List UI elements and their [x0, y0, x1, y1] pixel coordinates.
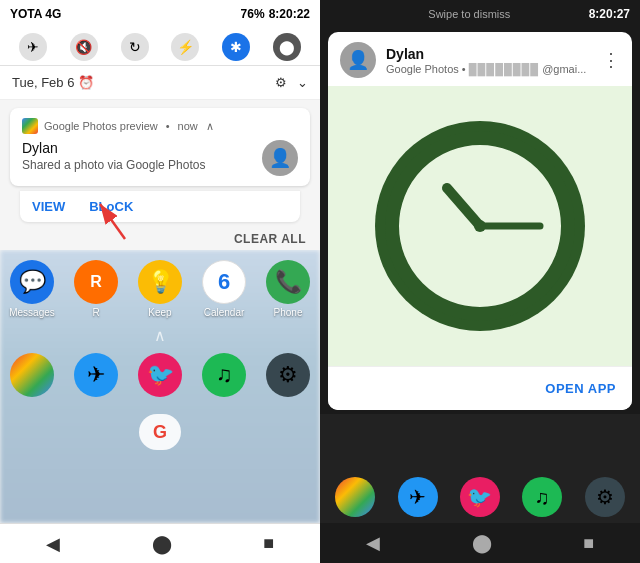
svg-point-7: [474, 220, 486, 232]
right-panel: Swipe to dismiss 8:20:27 👤 Dylan Google …: [320, 0, 640, 563]
app-grid: 💬 Messages R R 💡 Keep 6 Calendar 📞: [0, 250, 320, 466]
app-unknown[interactable]: 🐦: [132, 353, 188, 400]
app-label: Messages: [9, 307, 55, 318]
popup-subtitle: Google Photos • ████████ @gmai...: [386, 63, 586, 75]
app-label: Keep: [148, 307, 171, 318]
dev-icon: ⚙: [266, 353, 310, 397]
right-telegram-icon[interactable]: ✈: [398, 477, 438, 517]
app-keep[interactable]: 💡 Keep: [132, 260, 188, 318]
left-status-bar: YOTA 4G 76% 8:20:22: [0, 0, 320, 28]
app-label: Phone: [274, 307, 303, 318]
settings-icon[interactable]: ⚙: [275, 75, 287, 90]
carrier-text: YOTA 4G: [10, 7, 61, 21]
flash-icon[interactable]: ⚡: [171, 33, 199, 61]
app-label: Calendar: [204, 307, 245, 318]
google-g: G: [153, 422, 167, 443]
app-photos[interactable]: [4, 353, 60, 400]
bluetooth-icon[interactable]: ✱: [222, 33, 250, 61]
notif-app-name: Google Photos preview: [44, 120, 158, 132]
keep-icon: 💡: [138, 260, 182, 304]
home-screen: 💬 Messages R R 💡 Keep 6 Calendar 📞: [0, 250, 320, 523]
notif-dot: •: [166, 120, 170, 132]
app-row-2: ✈ 🐦 ♫ ⚙: [0, 353, 320, 400]
right-nav-bar: ◀ ⬤ ■: [320, 523, 640, 563]
expand-icon[interactable]: ⌄: [297, 75, 308, 90]
left-panel: YOTA 4G 76% 8:20:22 ✈ 🔇 ↻ ⚡ ✱ ⬤ Tue, Feb…: [0, 0, 320, 563]
silent-icon[interactable]: 🔇: [70, 33, 98, 61]
r-icon: R: [74, 260, 118, 304]
clock-image-area: [328, 86, 632, 366]
date-row: Tue, Feb 6 ⏰ ⚙ ⌄: [0, 66, 320, 100]
right-photos-icon[interactable]: [335, 477, 375, 517]
popup-sender-name: Dylan: [386, 46, 586, 62]
popup-app-name: Google Photos •: [386, 63, 469, 75]
battery-text: 76%: [241, 7, 265, 21]
right-dev-icon[interactable]: ⚙: [585, 477, 625, 517]
notif-header: Google Photos preview • now ∧: [22, 118, 298, 134]
rotate-icon[interactable]: ↻: [121, 33, 149, 61]
right-recents-button[interactable]: ■: [583, 533, 594, 554]
app-row-1: 💬 Messages R R 💡 Keep 6 Calendar 📞: [0, 260, 320, 318]
popup-footer: OPEN APP: [328, 366, 632, 410]
alarm-icon: ⏰: [78, 75, 94, 90]
expand-apps-icon[interactable]: ∧: [154, 326, 166, 345]
carrier-info: YOTA 4G: [10, 7, 61, 21]
calendar-icon: 6: [202, 260, 246, 304]
app-spotify[interactable]: ♫: [196, 353, 252, 400]
home-button[interactable]: ⬤: [152, 533, 172, 555]
right-app-row: ✈ 🐦 ♫ ⚙: [320, 471, 640, 523]
app-label: R: [92, 307, 99, 318]
messages-icon: 💬: [10, 260, 54, 304]
app-calendar[interactable]: 6 Calendar: [196, 260, 252, 318]
left-nav-bar: ◀ ⬤ ■: [0, 523, 320, 563]
popup-header: 👤 Dylan Google Photos • ████████ @gmai..…: [328, 32, 632, 86]
popup-more-icon[interactable]: ⋮: [602, 49, 620, 71]
right-home-button[interactable]: ⬤: [472, 532, 492, 554]
right-back-button[interactable]: ◀: [366, 532, 380, 554]
notif-body: Dylan Shared a photo via Google Photos 👤: [22, 140, 298, 176]
right-time: 8:20:27: [589, 7, 630, 21]
notif-time: now: [178, 120, 198, 132]
quick-settings-row: ✈ 🔇 ↻ ⚡ ✱ ⬤: [0, 28, 320, 66]
phone-icon: 📞: [266, 260, 310, 304]
app-messages[interactable]: 💬 Messages: [4, 260, 60, 318]
app-dev[interactable]: ⚙: [260, 353, 316, 400]
search-bar[interactable]: G: [139, 414, 181, 450]
red-arrow-annotation: [45, 174, 135, 244]
back-button[interactable]: ◀: [46, 533, 60, 555]
clear-all-button[interactable]: CLEAR ALL: [234, 232, 306, 246]
notif-text: Dylan Shared a photo via Google Photos: [22, 140, 254, 172]
google-photos-icon: [22, 118, 38, 134]
spotify-icon: ♫: [202, 353, 246, 397]
popup-avatar: 👤: [340, 42, 376, 78]
app-icon: 🐦: [138, 353, 182, 397]
clock-svg: [370, 116, 590, 336]
app-phone[interactable]: 📞 Phone: [260, 260, 316, 318]
status-right: 76% 8:20:22: [241, 7, 310, 21]
swipe-dismiss-hint: Swipe to dismiss: [350, 8, 589, 20]
app-telegram[interactable]: ✈: [68, 353, 124, 400]
popup-email: ████████: [469, 63, 539, 75]
app-row-expand: ∧: [0, 326, 320, 345]
right-status-bar: Swipe to dismiss 8:20:27: [320, 0, 640, 28]
right-app-icon[interactable]: 🐦: [460, 477, 500, 517]
notif-expand-icon[interactable]: ∧: [206, 120, 214, 133]
recents-button[interactable]: ■: [263, 533, 274, 554]
airplane-icon[interactable]: ✈: [19, 33, 47, 61]
open-app-button[interactable]: OPEN APP: [545, 381, 616, 396]
right-home-screen: ✈ 🐦 ♫ ⚙: [320, 414, 640, 523]
notif-actions-container: VIEW BLoCK: [10, 190, 310, 222]
avatar: 👤: [262, 140, 298, 176]
telegram-icon: ✈: [74, 353, 118, 397]
time-text: 8:20:22: [269, 7, 310, 21]
app-r[interactable]: R R: [68, 260, 124, 318]
date-text: Tue, Feb 6 ⏰: [12, 75, 94, 90]
date-row-right: ⚙ ⌄: [275, 75, 308, 90]
photos-icon: [10, 353, 54, 397]
dnd-icon[interactable]: ⬤: [273, 33, 301, 61]
popup-email-suffix: @gmai...: [542, 63, 586, 75]
notification-popup: 👤 Dylan Google Photos • ████████ @gmai..…: [328, 32, 632, 410]
popup-sender-info: Dylan Google Photos • ████████ @gmai...: [386, 46, 586, 75]
svg-line-1: [100, 204, 125, 239]
right-spotify-icon[interactable]: ♫: [522, 477, 562, 517]
